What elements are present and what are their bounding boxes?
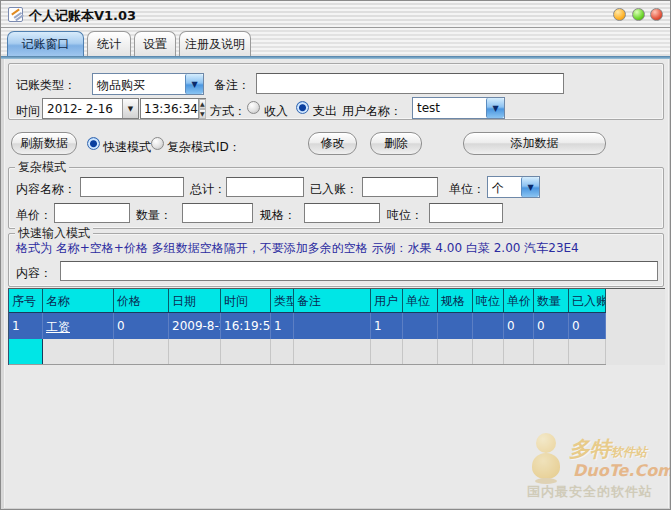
spinner-buttons[interactable]: ▲ ▼ bbox=[198, 99, 206, 118]
quantity-input[interactable] bbox=[182, 203, 253, 223]
chevron-down-icon[interactable]: ▼ bbox=[185, 74, 203, 94]
table-cell[interactable] bbox=[403, 313, 438, 339]
unit-price-input[interactable] bbox=[54, 203, 130, 223]
title-bar[interactable]: 个人记账本V1.03 bbox=[1, 1, 670, 28]
table-cell[interactable]: 1 bbox=[371, 313, 403, 339]
column-header-14[interactable]: 已入账 bbox=[569, 289, 606, 312]
spin-up-icon[interactable]: ▲ bbox=[199, 99, 206, 109]
table-cell-empty[interactable] bbox=[169, 339, 221, 364]
quick-content-input[interactable] bbox=[60, 261, 658, 281]
column-header-11[interactable]: 吨位 bbox=[473, 289, 504, 312]
table-cell[interactable] bbox=[438, 313, 473, 339]
column-header-7[interactable]: 备注 bbox=[294, 289, 371, 312]
tonnage-input[interactable] bbox=[429, 203, 503, 223]
tab-settings[interactable]: 设置 bbox=[134, 31, 176, 57]
table-row-2[interactable] bbox=[9, 339, 606, 365]
column-header-5[interactable]: 时间 bbox=[221, 289, 271, 312]
quick-input-group: 快速输入模式 格式为 名称+空格+价格 多组数据空格隔开，不要添加多余的空格 示… bbox=[8, 233, 664, 287]
content-name-input[interactable] bbox=[80, 177, 184, 197]
table-cell[interactable]: 0 bbox=[504, 313, 534, 339]
table-cell-empty[interactable] bbox=[271, 339, 294, 364]
quick-mode-radio[interactable] bbox=[87, 137, 100, 150]
table-cell[interactable]: 工资 bbox=[43, 313, 114, 339]
table-cell[interactable]: 1 bbox=[9, 313, 43, 339]
income-radio[interactable] bbox=[247, 101, 260, 114]
quantity-label: 数量： bbox=[136, 207, 172, 224]
minimize-button[interactable] bbox=[613, 8, 626, 21]
table-cell[interactable]: 0 bbox=[569, 313, 606, 339]
column-header-2[interactable]: 名称 bbox=[43, 289, 114, 312]
column-header-3[interactable]: 价格 bbox=[114, 289, 169, 312]
column-header-8[interactable]: 用户 bbox=[371, 289, 403, 312]
complex-mode-radio[interactable] bbox=[151, 137, 164, 150]
app-icon bbox=[8, 7, 23, 22]
tab-register-help[interactable]: 注册及说明 bbox=[179, 31, 251, 57]
table-cell[interactable] bbox=[473, 313, 504, 339]
tab-ledger[interactable]: 记账窗口 bbox=[7, 31, 84, 57]
date-picker[interactable]: 2012- 2-16 ▼ bbox=[42, 98, 139, 119]
unit-label: 单位： bbox=[449, 181, 485, 198]
refresh-button[interactable]: 刷新数据 bbox=[11, 132, 77, 155]
chevron-down-icon[interactable]: ▼ bbox=[122, 99, 138, 118]
spec-label: 规格： bbox=[260, 207, 296, 224]
modify-button[interactable]: 修改 bbox=[308, 132, 357, 155]
table-cell-empty[interactable] bbox=[371, 339, 403, 364]
expense-label: 支出 bbox=[313, 103, 337, 120]
format-hint: 格式为 名称+空格+价格 多组数据空格隔开，不要添加多余的空格 示例：水果 4.… bbox=[16, 240, 579, 257]
complex-group-title: 复杂模式 bbox=[15, 160, 69, 174]
table-row-1[interactable]: 1工资02009-8-216:19:5711000 bbox=[9, 313, 606, 339]
table-cell-empty[interactable] bbox=[9, 339, 43, 364]
add-data-button[interactable]: 添加数据 bbox=[463, 132, 606, 155]
type-combobox[interactable]: 物品购买 ▼ bbox=[92, 73, 204, 95]
chevron-down-icon[interactable]: ▼ bbox=[486, 98, 504, 118]
unit-combobox[interactable]: 个 ▼ bbox=[487, 176, 540, 198]
user-combobox[interactable]: test ▼ bbox=[412, 97, 505, 119]
table-cell-empty[interactable] bbox=[114, 339, 169, 364]
tab-statistics[interactable]: 统计 bbox=[87, 31, 131, 57]
tab-label: 注册及说明 bbox=[185, 36, 245, 53]
table-cell-empty[interactable] bbox=[473, 339, 504, 364]
table-cell-empty[interactable] bbox=[438, 339, 473, 364]
close-button[interactable] bbox=[650, 8, 663, 21]
table-cell[interactable]: 16:19:57 bbox=[221, 313, 271, 339]
user-label: 用户名称： bbox=[342, 103, 402, 120]
delete-button[interactable]: 删除 bbox=[370, 132, 422, 155]
table-cell[interactable]: 0 bbox=[114, 313, 169, 339]
time-label: 时间 bbox=[16, 103, 40, 120]
app-window: 个人记账本V1.03 记账窗口 统计 设置 注册及说明 记账类型： 物品购买 ▼… bbox=[0, 0, 671, 510]
table-cell-empty[interactable] bbox=[294, 339, 371, 364]
expense-radio[interactable] bbox=[296, 101, 309, 114]
time-spinner[interactable]: 13:36:34 ▲ ▼ bbox=[140, 98, 206, 119]
column-header-1[interactable]: 序号 bbox=[9, 289, 43, 312]
table-cell-empty[interactable] bbox=[403, 339, 438, 364]
column-header-9[interactable]: 单位 bbox=[403, 289, 438, 312]
table-cell-empty[interactable] bbox=[569, 339, 606, 364]
column-header-12[interactable]: 单价 bbox=[504, 289, 534, 312]
table-cell-empty[interactable] bbox=[534, 339, 569, 364]
method-label: 方式： bbox=[210, 103, 246, 120]
table-cell[interactable] bbox=[294, 313, 371, 339]
table-cell-empty[interactable] bbox=[43, 339, 114, 364]
table-cell[interactable]: 2009-8-2 bbox=[169, 313, 221, 339]
note-input[interactable] bbox=[256, 73, 564, 94]
content-label: 内容： bbox=[16, 265, 52, 282]
column-header-10[interactable]: 规格 bbox=[438, 289, 473, 312]
maximize-button[interactable] bbox=[632, 8, 645, 21]
total-input[interactable] bbox=[226, 177, 304, 197]
tab-label: 统计 bbox=[97, 36, 121, 53]
table-cell-empty[interactable] bbox=[504, 339, 534, 364]
tab-page-ledger: 记账类型： 物品购买 ▼ 备注： 时间 2012- 2-16 ▼ 13:36:3… bbox=[1, 59, 671, 510]
table-cell-empty[interactable] bbox=[221, 339, 271, 364]
column-header-6[interactable]: 类型 bbox=[271, 289, 294, 312]
window-title: 个人记账本V1.03 bbox=[29, 7, 136, 25]
spec-input[interactable] bbox=[304, 203, 380, 223]
button-label: 删除 bbox=[384, 135, 408, 152]
column-header-13[interactable]: 数量 bbox=[534, 289, 569, 312]
spin-down-icon[interactable]: ▼ bbox=[199, 109, 206, 119]
content-name-label: 内容名称： bbox=[16, 181, 76, 198]
table-cell[interactable]: 1 bbox=[271, 313, 294, 339]
entered-input[interactable] bbox=[362, 177, 438, 197]
column-header-4[interactable]: 日期 bbox=[169, 289, 221, 312]
table-cell[interactable]: 0 bbox=[534, 313, 569, 339]
chevron-down-icon[interactable]: ▼ bbox=[521, 177, 539, 197]
